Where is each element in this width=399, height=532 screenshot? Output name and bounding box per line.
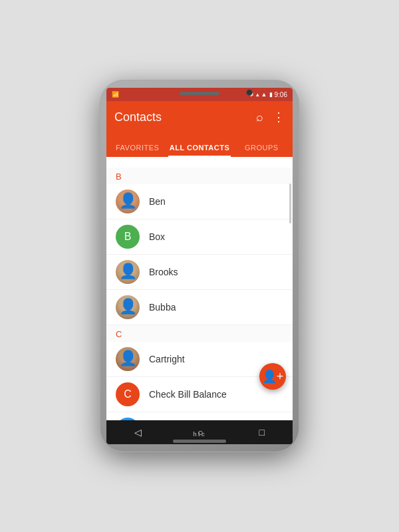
contact-name-cartright: Cartright [149, 354, 185, 364]
signal-icon: ▲ [261, 91, 267, 98]
tab-all-contacts[interactable]: ALL CONTACTS [168, 144, 230, 157]
add-contact-fab[interactable]: 👤+ [259, 363, 286, 390]
contact-item-ben[interactable]: Ben [106, 184, 293, 219]
contact-name-brooks: Brooks [149, 267, 178, 277]
contacts-list: B Ben B Box Brooks Bubba [106, 157, 293, 420]
sim-icon: 📶 [112, 91, 119, 98]
back-nav-icon[interactable]: ◁ [134, 427, 142, 438]
status-time: 9:06 [275, 91, 287, 98]
contact-item-partial [106, 157, 293, 168]
contact-name-box: Box [149, 231, 165, 242]
contact-name-check-bill-balance: Check Bill Balance [149, 389, 227, 400]
avatar-check-bill-balance: C [116, 382, 140, 406]
contact-item-box[interactable]: B Box [106, 219, 293, 255]
camera [246, 89, 253, 96]
phone-frame: 📶 ✱ ▴ ▲ ▮ 9:06 Contacts ⌕ ⋮ FAVORITES [100, 80, 299, 452]
add-contact-icon: 👤+ [262, 369, 284, 384]
tab-groups[interactable]: GROUPS [231, 144, 293, 157]
speaker-bottom [173, 440, 226, 443]
status-bar: 📶 ✱ ▴ ▲ ▮ 9:06 [106, 88, 293, 101]
avatar-ben [116, 190, 140, 213]
status-left: 📶 [112, 91, 119, 98]
contact-item-connor[interactable]: C Connor [106, 412, 293, 420]
wifi-icon: ▴ [256, 91, 259, 98]
tab-favorites[interactable]: FAVORITES [106, 144, 168, 157]
app-title: Contacts [114, 110, 256, 124]
status-right: ✱ ▴ ▲ ▮ 9:06 [249, 91, 287, 98]
contact-name-ben: Ben [149, 196, 166, 207]
app-bar: Contacts ⌕ ⋮ [106, 101, 293, 133]
section-header-c: C [106, 325, 293, 342]
scrollbar [289, 184, 291, 223]
contact-name-bubba: Bubba [149, 302, 176, 313]
htc-brand: htc [193, 431, 206, 438]
avatar-cartright [116, 347, 140, 371]
search-icon[interactable]: ⌕ [256, 110, 263, 124]
recents-nav-icon[interactable]: □ [259, 427, 265, 438]
battery-icon: ▮ [269, 91, 273, 98]
avatar-box: B [116, 225, 140, 249]
contact-item-bubba[interactable]: Bubba [106, 290, 293, 325]
avatar-connor: C [116, 418, 140, 420]
screen: 📶 ✱ ▴ ▲ ▮ 9:06 Contacts ⌕ ⋮ FAVORITES [106, 88, 293, 444]
section-header-b: B [106, 168, 293, 184]
tab-bar: FAVORITES ALL CONTACTS GROUPS [106, 133, 293, 157]
avatar-bubba [116, 295, 140, 319]
app-bar-actions: ⌕ ⋮ [256, 110, 285, 124]
more-options-icon[interactable]: ⋮ [273, 110, 285, 124]
contact-item-brooks[interactable]: Brooks [106, 255, 293, 290]
avatar-brooks [116, 260, 140, 284]
